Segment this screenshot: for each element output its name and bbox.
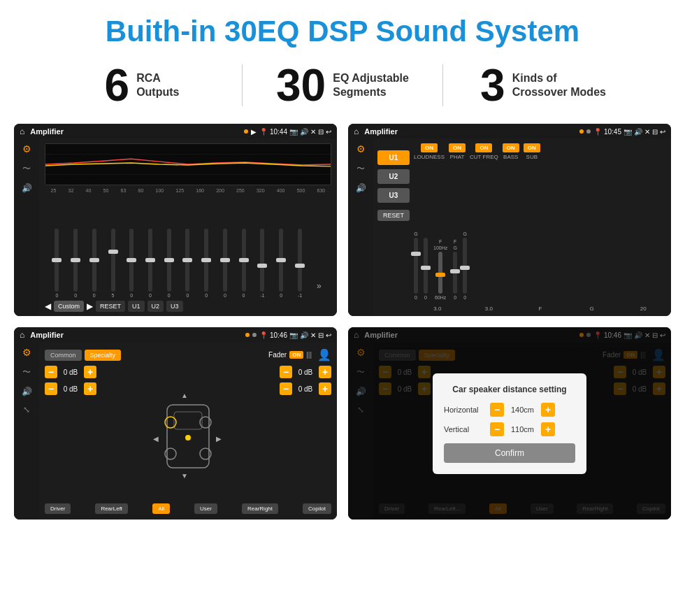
bass-f-slider: F G 0 xyxy=(453,239,457,300)
more-icon[interactable]: » xyxy=(317,281,322,298)
loudness-toggle: ON LOUDNESS xyxy=(414,143,445,160)
slider-col-4: 5 xyxy=(111,196,115,298)
minus-btn-1[interactable]: − xyxy=(45,366,57,378)
minus-btn-4[interactable]: − xyxy=(280,382,292,395)
specialty-tab-3[interactable]: Specialty xyxy=(85,350,122,361)
plus-btn-3[interactable]: + xyxy=(319,366,331,378)
vertical-minus-btn[interactable]: − xyxy=(490,422,504,436)
eq-icon-3[interactable]: ⚙ xyxy=(22,347,31,358)
bass-on[interactable]: ON xyxy=(503,143,519,152)
freq-values-row: 3.0 3.0 F G 20 xyxy=(414,306,667,312)
db-value-3: 0 dB xyxy=(295,368,316,376)
cutfreq-label: CUT FREQ xyxy=(470,154,498,160)
stat-crossover: 3 Kinds ofCrossover Modes xyxy=(443,63,643,108)
common-tab-3[interactable]: Common xyxy=(45,350,82,361)
slider-col-1: 0 xyxy=(55,196,59,298)
dialog-title: Car speaker distance setting xyxy=(444,385,575,394)
stat-number-crossover: 3 xyxy=(480,63,505,108)
stats-row: 6 RCAOutputs 30 EQ AdjustableSegments 3 … xyxy=(0,56,685,118)
u3-btn-1[interactable]: U3 xyxy=(166,301,183,312)
u1-btn-1[interactable]: U1 xyxy=(128,301,145,312)
fader-on-badge[interactable]: ON xyxy=(289,351,303,359)
controls-grid: ON LOUDNESS ON PHAT ON CUT FREQ ON xyxy=(414,143,667,312)
sub-g-slider: G 0 xyxy=(463,231,467,300)
wave-icon-1[interactable]: 〜 xyxy=(22,163,31,175)
slider-col-6: 0 xyxy=(148,196,152,298)
toggle-row: ON LOUDNESS ON PHAT ON CUT FREQ ON xyxy=(414,143,667,160)
volume-icon-1[interactable]: 🔊 xyxy=(22,183,32,193)
u1-channel-btn[interactable]: U1 xyxy=(377,150,410,165)
slider-col-13: 0 xyxy=(279,196,283,298)
db-row-1: − 0 dB + xyxy=(45,366,96,378)
eq-icon-2[interactable]: ⚙ xyxy=(356,143,366,155)
u2-btn-1[interactable]: U2 xyxy=(147,301,164,312)
home-icon-3[interactable]: ⌂ xyxy=(20,330,24,340)
loudness-label: LOUDNESS xyxy=(414,154,445,160)
dialog-box: Car speaker distance setting Horizontal … xyxy=(433,373,586,474)
slider-col-2: 0 xyxy=(73,196,78,298)
bottom-btns-3: Driver RearLeft All User RearRight Copil… xyxy=(45,503,331,514)
slider-col-3: 0 xyxy=(92,196,96,298)
stat-number-eq: 30 xyxy=(276,63,326,108)
all-btn[interactable]: All xyxy=(152,503,170,514)
plus-btn-4[interactable]: + xyxy=(319,382,331,395)
vol-icon-2[interactable]: 🔊 xyxy=(356,183,366,193)
prev-arrow[interactable]: ◀ xyxy=(45,301,51,311)
svg-text:▲: ▲ xyxy=(181,392,188,399)
stat-text-rca: RCAOutputs xyxy=(136,71,179,101)
stat-text-crossover: Kinds ofCrossover Modes xyxy=(512,71,606,101)
cutfreq-on[interactable]: ON xyxy=(475,143,492,152)
user-btn[interactable]: User xyxy=(194,503,217,514)
vertical-plus-btn[interactable]: + xyxy=(541,422,555,436)
play-icon-1: ▶ xyxy=(251,128,257,136)
db-controls-left: − 0 dB + − 0 dB + xyxy=(45,366,96,499)
home-icon-1[interactable]: ⌂ xyxy=(20,127,24,136)
vertical-value: 110cm xyxy=(507,425,538,434)
wave-icon-3[interactable]: 〜 xyxy=(22,366,31,378)
status-dot-3 xyxy=(245,333,250,337)
slider-col-12: -1 xyxy=(260,196,264,298)
vol-icon-3[interactable]: 🔊 xyxy=(22,387,32,396)
svg-text:▼: ▼ xyxy=(181,472,188,480)
custom-btn[interactable]: Custom xyxy=(54,301,84,312)
car-diagram: ▲ ▼ ◀ ▶ xyxy=(102,366,274,499)
plus-btn-2[interactable]: + xyxy=(84,382,96,395)
u2-channel-btn[interactable]: U2 xyxy=(377,169,410,184)
horizontal-plus-btn[interactable]: + xyxy=(541,403,555,417)
copilot-btn[interactable]: Copilot xyxy=(303,503,331,514)
stat-rca: 6 RCAOutputs xyxy=(42,63,242,108)
channel-list: U1 U2 U3 RESET xyxy=(377,143,410,312)
reset-btn-2[interactable]: RESET xyxy=(377,210,410,221)
horizontal-value: 140cm xyxy=(507,406,538,414)
home-icon-2[interactable]: ⌂ xyxy=(354,127,359,136)
expand-icon-3[interactable]: ⤡ xyxy=(23,405,30,415)
tab-row-3: Common Specialty Fader ON ||| 👤 xyxy=(45,348,331,361)
person-icon-3: 👤 xyxy=(317,348,331,361)
loudness-on[interactable]: ON xyxy=(421,143,438,152)
play-btn[interactable]: ▶ xyxy=(87,301,93,311)
db-row-4: − 0 dB + xyxy=(280,382,331,395)
phat-on[interactable]: ON xyxy=(449,143,466,152)
app-title-2: Amplifier xyxy=(364,127,577,136)
driver-btn[interactable]: Driver xyxy=(45,503,71,514)
screens-grid: ⌂ Amplifier ▶ 📍10:44📷🔊✕⊟↩ ⚙ 〜 🔊 xyxy=(0,118,685,527)
db-value-1: 0 dB xyxy=(60,368,81,376)
reset-btn-1[interactable]: RESET xyxy=(96,301,125,312)
u3-channel-btn[interactable]: U3 xyxy=(377,188,410,203)
confirm-button[interactable]: Confirm xyxy=(444,443,575,463)
wave-icon-2[interactable]: 〜 xyxy=(356,163,365,175)
plus-btn-1[interactable]: + xyxy=(84,366,96,378)
eq-graph xyxy=(45,143,331,185)
stat-text-eq: EQ AdjustableSegments xyxy=(333,71,409,101)
page-title: Buith-in 30EQ DSP Sound System xyxy=(0,0,685,56)
vertical-label: Vertical xyxy=(444,425,486,434)
horizontal-minus-btn[interactable]: − xyxy=(490,403,504,417)
eq-sidebar-icon[interactable]: ⚙ xyxy=(22,143,31,155)
eq-sliders: 0 0 0 5 0 0 0 0 0 0 0 -1 0 -1 » xyxy=(45,196,331,298)
rearleft-down[interactable]: RearRight xyxy=(242,503,278,514)
minus-btn-2[interactable]: − xyxy=(45,382,57,395)
sub-on[interactable]: ON xyxy=(524,143,540,152)
minus-btn-3[interactable]: − xyxy=(280,366,292,378)
rearleft-btn[interactable]: RearLeft xyxy=(95,503,128,514)
svg-rect-5 xyxy=(174,412,202,429)
